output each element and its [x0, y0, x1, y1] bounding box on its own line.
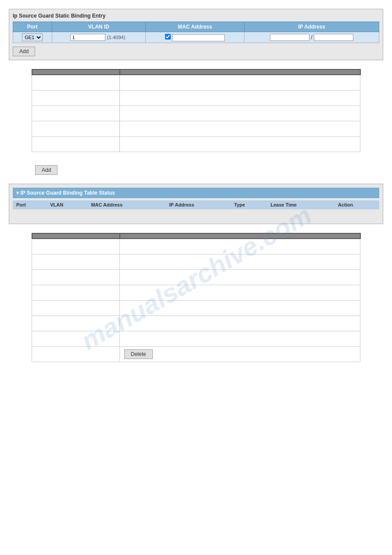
- add-button-top[interactable]: Add: [13, 47, 35, 56]
- bot-row5-col2: [120, 300, 360, 316]
- table-row: [32, 239, 360, 254]
- vlan-input[interactable]: [70, 34, 105, 41]
- mid-row3-col1: [32, 105, 120, 121]
- bot-row3-col2: [120, 269, 360, 285]
- bot-row7-col1: [32, 331, 120, 346]
- mid-row3-col2: [120, 105, 360, 121]
- ip-input-part1[interactable]: [270, 34, 309, 41]
- status-col-vlan: VLAN: [47, 200, 87, 210]
- bot-row4-col2: [120, 285, 360, 300]
- table-row: [32, 136, 360, 152]
- mid-row5-col1: [32, 136, 120, 152]
- status-col-mac: MAC Address: [87, 200, 165, 210]
- col-header-ip: IP Address: [245, 22, 379, 32]
- bot-row2-col2: [120, 254, 360, 269]
- col-header-port: Port: [13, 22, 52, 32]
- static-binding-table: Port VLAN ID MAC Address IP Address GE1 …: [13, 22, 379, 43]
- status-col-port: Port: [13, 200, 47, 210]
- status-title: ▾ IP Source Guard Binding Table Status: [13, 188, 379, 198]
- table-row: [32, 75, 360, 90]
- mid-col2-header: [120, 69, 360, 75]
- mac-input[interactable]: [172, 34, 225, 41]
- status-empty-row: [13, 209, 379, 218]
- bot-row1-col1: [32, 239, 120, 254]
- add-button-standalone[interactable]: Add: [35, 165, 58, 175]
- bot-row8-col2: Delete: [120, 346, 360, 362]
- mac-checkbox[interactable]: [165, 34, 171, 40]
- mid-row4-col2: [120, 121, 360, 136]
- binding-entry-row: GE1 (1-4094) /: [13, 32, 379, 43]
- status-col-ip: IP Address: [165, 200, 230, 210]
- ip-input-part2[interactable]: [314, 34, 353, 41]
- bot-row1-col2: [120, 239, 360, 254]
- table-row: [32, 121, 360, 136]
- bot-row2-col1: [32, 254, 120, 269]
- mid-row4-col1: [32, 121, 120, 136]
- status-col-type: Type: [230, 200, 267, 210]
- delete-button[interactable]: Delete: [124, 349, 153, 359]
- table-row: [32, 254, 360, 269]
- bot-row3-col1: [32, 269, 120, 285]
- mid-row2-col1: [32, 90, 120, 105]
- static-binding-title: Ip Source Guard Static Binding Entry: [13, 13, 379, 19]
- mid-row1-col1: [32, 75, 120, 90]
- table-row: [32, 269, 360, 285]
- status-col-lease: Lease Time: [267, 200, 334, 210]
- port-select[interactable]: GE1: [22, 33, 43, 41]
- mid-row5-col2: [120, 136, 360, 152]
- bot-row6-col2: [120, 316, 360, 331]
- binding-table-status-section: ▾ IP Source Guard Binding Table Status P…: [9, 184, 383, 225]
- bot-row6-col1: [32, 316, 120, 331]
- bot-row7-col2: [120, 331, 360, 346]
- status-col-action: Action: [334, 200, 379, 210]
- vlan-range-hint: (1-4094): [107, 35, 126, 40]
- table-row: Delete: [32, 346, 360, 362]
- table-row: [32, 90, 360, 105]
- bottom-doc-table: Delete: [32, 233, 361, 362]
- static-binding-entry-section: Ip Source Guard Static Binding Entry Por…: [9, 9, 383, 60]
- bot-col2-header: [120, 233, 360, 239]
- table-row: [32, 105, 360, 121]
- col-header-vlan: VLAN ID: [52, 22, 146, 32]
- table-row: [32, 316, 360, 331]
- table-row: [32, 300, 360, 316]
- middle-doc-table: [32, 69, 361, 152]
- mid-row2-col2: [120, 90, 360, 105]
- table-row: [32, 285, 360, 300]
- binding-status-table: Port VLAN MAC Address IP Address Type Le…: [13, 200, 379, 218]
- table-row: [32, 331, 360, 346]
- mid-col1-header: [32, 69, 120, 75]
- bot-row8-col1: [32, 346, 120, 362]
- bot-row5-col1: [32, 300, 120, 316]
- ip-slash: /: [311, 34, 312, 40]
- bot-col1-header: [32, 233, 120, 239]
- col-header-mac: MAC Address: [146, 22, 245, 32]
- bot-row4-col1: [32, 285, 120, 300]
- mid-row1-col2: [120, 75, 360, 90]
